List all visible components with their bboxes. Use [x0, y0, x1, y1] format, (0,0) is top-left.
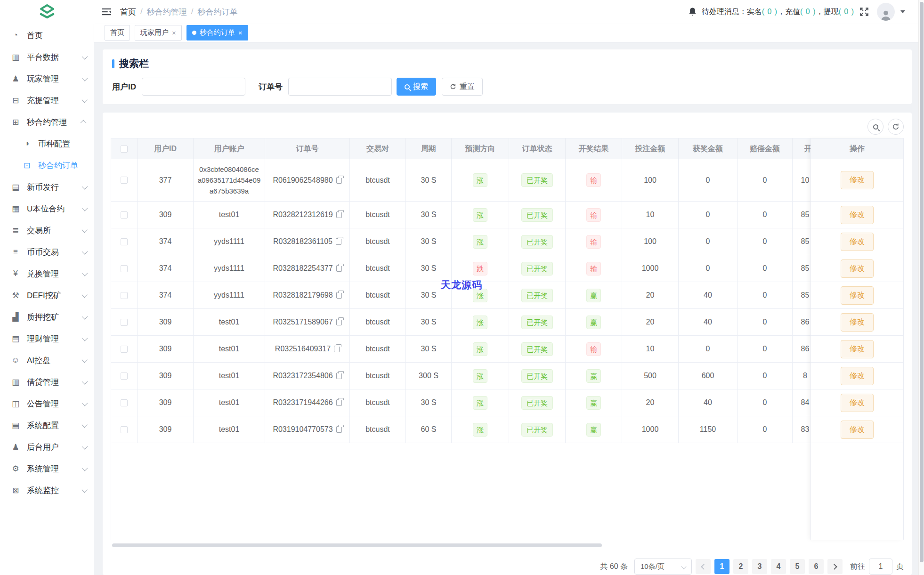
- direction-badge: 涨: [473, 316, 487, 329]
- copy-icon[interactable]: [334, 346, 340, 352]
- prev-page-button[interactable]: [696, 559, 711, 574]
- page-button-2[interactable]: 2: [733, 559, 748, 574]
- sidebar-item-质押挖矿[interactable]: ▟质押挖矿: [0, 306, 94, 328]
- edit-button[interactable]: 修改: [841, 171, 874, 189]
- page-size-select[interactable]: 10条/页: [634, 559, 692, 575]
- sidebar-item-兑换管理[interactable]: ¥兑换管理: [0, 263, 94, 284]
- jump-page-input[interactable]: [869, 559, 892, 575]
- edit-button[interactable]: 修改: [841, 259, 874, 278]
- cell-bet: 10: [622, 336, 679, 362]
- page-button-3[interactable]: 3: [752, 559, 767, 574]
- cell-status: 已开奖: [509, 336, 566, 362]
- search-button[interactable]: 搜索: [397, 78, 436, 96]
- cell-open: 85: [793, 282, 811, 308]
- copy-icon[interactable]: [336, 373, 342, 379]
- sidebar-item-秒合约管理[interactable]: ⊞秒合约管理: [0, 111, 94, 133]
- tab-首页[interactable]: 首页: [105, 25, 130, 40]
- hamburger-icon[interactable]: [101, 8, 112, 16]
- page-button-4[interactable]: 4: [771, 559, 786, 574]
- page-button-6[interactable]: 6: [809, 559, 824, 574]
- edit-button[interactable]: 修改: [841, 421, 874, 439]
- cell-pair: btcusdt: [350, 282, 406, 308]
- sidebar-item-玩家管理[interactable]: ♟玩家管理: [0, 68, 94, 89]
- sidebar-item-DEFI挖矿[interactable]: ⚒DEFI挖矿: [0, 284, 94, 306]
- scrollbar-thumb[interactable]: [920, 2, 924, 562]
- sidebar-item-后台用户[interactable]: ♟后台用户: [0, 436, 94, 458]
- row-checkbox[interactable]: [121, 346, 128, 353]
- spot-trade-icon: ≡: [10, 247, 21, 257]
- row-checkbox[interactable]: [121, 292, 128, 299]
- next-page-button[interactable]: [827, 559, 843, 574]
- fullscreen-icon[interactable]: [859, 7, 869, 17]
- sidebar-item-币币交易[interactable]: ≡币币交易: [0, 241, 94, 263]
- copy-icon[interactable]: [336, 265, 342, 272]
- tab-玩家用户[interactable]: 玩家用户×: [135, 25, 182, 40]
- close-icon[interactable]: ×: [238, 29, 243, 36]
- select-all-checkbox[interactable]: [121, 146, 128, 153]
- order-no-input[interactable]: [288, 78, 392, 96]
- copy-icon[interactable]: [336, 211, 342, 218]
- row-checkbox[interactable]: [121, 265, 128, 272]
- chevron-down-icon: [82, 378, 88, 384]
- row-checkbox[interactable]: [121, 211, 128, 219]
- wealth-management-icon: ▤: [10, 334, 21, 344]
- cell-open: 85: [793, 228, 811, 255]
- sidebar-item-U本位合约[interactable]: ▦U本位合约: [0, 198, 94, 219]
- page-button-5[interactable]: 5: [790, 559, 805, 574]
- copy-icon[interactable]: [336, 292, 342, 299]
- sidebar-item-系统管理[interactable]: ⚙系统管理: [0, 458, 94, 479]
- cell-pair: btcusdt: [350, 389, 406, 416]
- sidebar-item-平台数据[interactable]: ▥平台数据: [0, 46, 94, 68]
- search-panel: 搜索栏 用户ID 订单号 搜索 重置: [103, 49, 912, 104]
- copy-icon[interactable]: [336, 426, 342, 433]
- copy-icon[interactable]: [336, 319, 342, 325]
- realname-count: ( 0 ): [762, 8, 778, 16]
- cell-order_no: R0328182254377: [265, 255, 350, 282]
- row-checkbox[interactable]: [121, 177, 128, 184]
- horizontal-scrollbar[interactable]: [112, 543, 602, 547]
- sidebar-item-系统监控[interactable]: ⊠系统监控: [0, 479, 94, 501]
- sidebar-item-币种配置[interactable]: ◑币种配置: [0, 133, 94, 154]
- sidebar-item-充提管理[interactable]: ⊟充提管理: [0, 89, 94, 111]
- sidebar-item-秒合约订单[interactable]: ⊡秒合约订单: [0, 154, 94, 176]
- breadcrumb-home[interactable]: 首页: [120, 7, 136, 17]
- sidebar-item-公告管理[interactable]: ◫公告管理: [0, 393, 94, 414]
- recharge-count: ( 0 ): [800, 8, 816, 16]
- cell-account: yyds1111: [194, 282, 265, 308]
- row-checkbox[interactable]: [121, 373, 128, 380]
- avatar-dropdown-caret-icon[interactable]: [900, 10, 905, 13]
- copy-icon[interactable]: [336, 399, 342, 406]
- copy-icon[interactable]: [336, 177, 342, 184]
- bell-icon[interactable]: [688, 7, 697, 17]
- edit-button[interactable]: 修改: [841, 340, 874, 358]
- edit-button[interactable]: 修改: [841, 394, 874, 412]
- cell-order_no: R0328212312619: [265, 202, 350, 228]
- sidebar-item-首页[interactable]: ◔首页: [0, 24, 94, 46]
- sidebar-item-新币发行[interactable]: ▤新币发行: [0, 176, 94, 198]
- edit-button[interactable]: 修改: [841, 206, 874, 224]
- sidebar-item-系统配置[interactable]: ▤系统配置: [0, 414, 94, 436]
- browser-scrollbar[interactable]: [918, 0, 924, 575]
- reset-button[interactable]: 重置: [442, 78, 483, 96]
- row-checkbox[interactable]: [121, 238, 128, 245]
- edit-button[interactable]: 修改: [841, 313, 874, 332]
- edit-button[interactable]: 修改: [841, 286, 874, 305]
- row-checkbox[interactable]: [121, 319, 128, 326]
- user-id-input[interactable]: [142, 78, 245, 96]
- edit-button[interactable]: 修改: [841, 233, 874, 251]
- table-search-toggle-button[interactable]: [867, 119, 883, 135]
- cell-check: [111, 309, 138, 335]
- sidebar-item-AI控盘[interactable]: ☺AI控盘: [0, 349, 94, 371]
- row-checkbox[interactable]: [121, 426, 128, 433]
- close-icon[interactable]: ×: [172, 29, 176, 36]
- edit-button[interactable]: 修改: [841, 367, 874, 385]
- user-avatar[interactable]: [877, 3, 895, 21]
- copy-icon[interactable]: [336, 238, 341, 245]
- sidebar-item-理财管理[interactable]: ▤理财管理: [0, 328, 94, 349]
- sidebar-item-借贷管理[interactable]: ▥借贷管理: [0, 371, 94, 393]
- tab-秒合约订单[interactable]: 秒合约订单×: [186, 25, 248, 40]
- sidebar-item-交易所[interactable]: ≣交易所: [0, 219, 94, 241]
- table-refresh-button[interactable]: [888, 119, 904, 135]
- page-button-1[interactable]: 1: [714, 559, 729, 574]
- row-checkbox[interactable]: [121, 399, 128, 406]
